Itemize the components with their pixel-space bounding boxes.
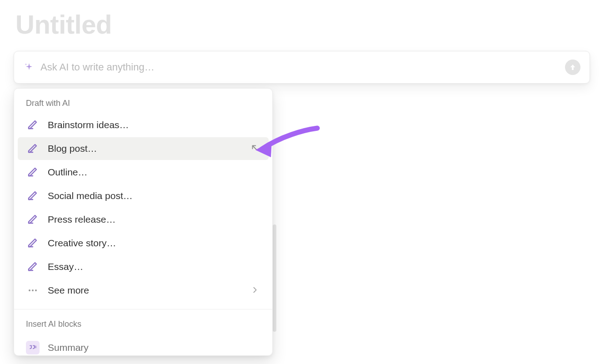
- menu-item-blog-post[interactable]: Blog post…: [18, 137, 269, 160]
- insert-arrow-icon: [250, 143, 259, 154]
- page-title: Untitled: [15, 9, 112, 40]
- menu-item-essay[interactable]: Essay…: [18, 255, 269, 278]
- ellipsis-icon: [26, 284, 40, 297]
- menu-item-social-media-post[interactable]: Social media post…: [18, 184, 269, 207]
- menu-item-label: See more: [48, 285, 251, 296]
- chevron-right-icon: [251, 285, 259, 296]
- section-header-draft: Draft with AI: [14, 89, 272, 113]
- menu-item-label: Creative story…: [48, 238, 259, 249]
- pencil-icon: [26, 189, 40, 203]
- svg-point-2: [35, 289, 37, 291]
- submit-button[interactable]: [565, 60, 580, 75]
- section-header-insert-blocks: Insert AI blocks: [14, 309, 272, 334]
- pencil-icon: [26, 213, 40, 226]
- pencil-icon: [26, 260, 40, 274]
- menu-item-outline[interactable]: Outline…: [18, 161, 269, 184]
- menu-item-brainstorm-ideas[interactable]: Brainstorm ideas…: [18, 114, 269, 136]
- svg-point-0: [29, 289, 30, 291]
- pencil-icon: [26, 236, 40, 250]
- svg-point-1: [32, 289, 34, 291]
- menu-item-label: Social media post…: [48, 190, 259, 201]
- menu-item-see-more[interactable]: See more: [18, 279, 269, 302]
- menu-item-summary[interactable]: Summary: [18, 334, 269, 354]
- pencil-icon: [26, 118, 40, 132]
- ai-dropdown: Draft with AI Brainstorm ideas… Blog pos…: [14, 88, 273, 356]
- quote-icon: [26, 341, 40, 354]
- menu-item-creative-story[interactable]: Creative story…: [18, 232, 269, 254]
- menu-item-label: Essay…: [48, 261, 259, 272]
- pencil-icon: [26, 165, 40, 179]
- scrollbar[interactable]: [273, 88, 276, 361]
- scrollbar-thumb[interactable]: [273, 224, 276, 332]
- arrow-up-icon: [569, 63, 577, 71]
- pencil-icon: [26, 142, 40, 155]
- sparkle-icon: [23, 61, 35, 73]
- ai-prompt-input[interactable]: [40, 61, 565, 73]
- menu-item-press-release[interactable]: Press release…: [18, 208, 269, 231]
- ai-input-bar[interactable]: [14, 51, 590, 84]
- menu-item-label: Outline…: [48, 167, 259, 178]
- menu-item-label: Blog post…: [48, 143, 250, 154]
- menu-item-label: Summary: [48, 342, 89, 353]
- menu-item-label: Brainstorm ideas…: [48, 120, 259, 130]
- menu-item-label: Press release…: [48, 214, 259, 225]
